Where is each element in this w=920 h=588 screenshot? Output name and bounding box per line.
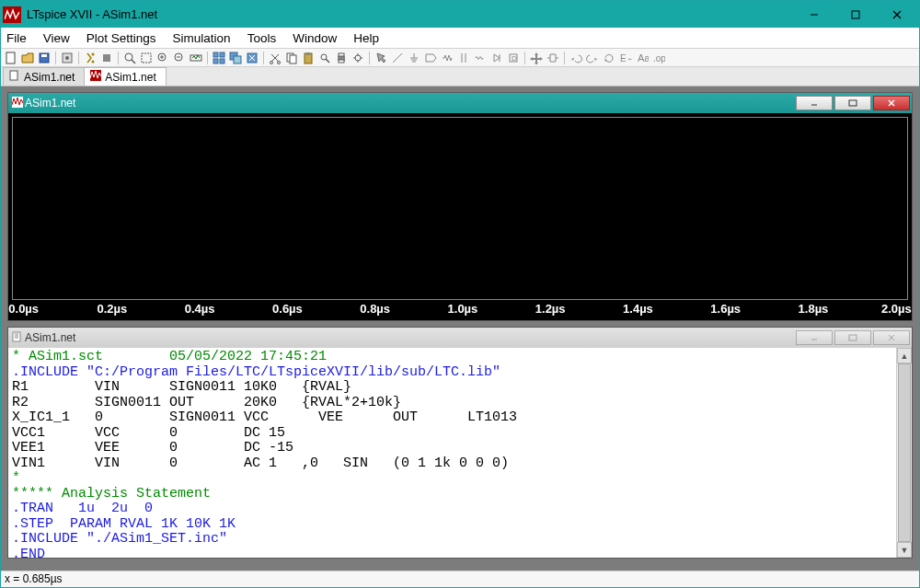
pick-icon[interactable] [374, 51, 388, 65]
stop-icon[interactable] [99, 51, 114, 65]
redo-icon[interactable] [585, 51, 600, 65]
menu-file[interactable]: File [6, 31, 27, 45]
x-tick: 1.4µs [623, 302, 653, 316]
svg-line-39 [326, 59, 329, 63]
netlist-content[interactable]: * ASim1.sct 05/05/2022 17:45:21 .INCLUDE… [8, 348, 912, 564]
new-schematic-icon[interactable] [4, 51, 18, 65]
cut-icon[interactable] [268, 51, 282, 65]
run-icon[interactable] [83, 51, 98, 65]
print-icon[interactable] [334, 51, 349, 65]
resistor-icon[interactable] [440, 51, 454, 65]
mdi-minimize-button[interactable] [796, 330, 833, 345]
x-tick: 1.8µs [799, 302, 829, 316]
rotate-icon[interactable] [602, 51, 616, 65]
svg-rect-21 [213, 52, 218, 57]
menu-window[interactable]: Window [293, 31, 337, 45]
x-tick: 0.6µs [272, 302, 303, 316]
copy-icon[interactable] [284, 51, 299, 65]
mdi-close-button[interactable] [873, 96, 910, 110]
window-titlebar: LTspice XVII - ASim1.net [1, 1, 919, 28]
x-axis[interactable]: 0.0µs 0.2µs 0.4µs 0.6µs 0.8µs 1.0µs 1.2µ… [8, 302, 912, 318]
menu-simulation[interactable]: Simulation [173, 31, 231, 45]
scroll-up-button[interactable]: ▲ [897, 348, 912, 363]
svg-rect-11 [103, 54, 110, 62]
svg-point-33 [278, 61, 281, 63]
capacitor-icon[interactable] [456, 51, 471, 65]
text-icon[interactable]: Aa [635, 51, 650, 65]
minimize-button[interactable] [793, 6, 834, 24]
tab-asim1-netlist[interactable]: ASim1.net [3, 67, 85, 86]
close-button[interactable] [876, 6, 917, 24]
netlist-window-titlebar[interactable]: ASim1.net [8, 328, 912, 348]
menu-tools[interactable]: Tools [247, 31, 277, 45]
cascade-icon[interactable] [228, 51, 243, 65]
undo-icon[interactable] [569, 51, 583, 65]
zoom-out-icon[interactable] [172, 51, 187, 65]
vertical-scrollbar[interactable]: ▲ ▼ [896, 348, 912, 558]
document-icon [9, 70, 20, 84]
find-icon[interactable] [317, 51, 332, 65]
netlist-editor[interactable]: * ASim1.sct 05/05/2022 17:45:21 .INCLUDE… [8, 348, 912, 558]
scroll-thumb[interactable] [898, 363, 911, 542]
inductor-icon[interactable] [473, 51, 488, 65]
wire-icon[interactable] [390, 51, 405, 65]
scroll-track[interactable] [897, 363, 912, 542]
waveform-window-title: ASim1.net [23, 97, 796, 110]
tab-label: ASim1.net [105, 71, 155, 84]
autorange-icon[interactable] [189, 51, 203, 65]
window-title: LTspice XVII - ASim1.net [27, 7, 793, 21]
spice-directive-icon[interactable]: .op [651, 51, 666, 65]
mdi-maximize-button[interactable] [834, 96, 871, 110]
x-tick: 2.0µs [881, 302, 912, 316]
menu-view[interactable]: View [43, 31, 70, 45]
zoom-area-icon[interactable] [122, 51, 137, 65]
mdi-close-button[interactable] [873, 330, 910, 345]
svg-point-9 [92, 52, 95, 55]
waveform-plot-area[interactable]: 0.0µs 0.2µs 0.4µs 0.6µs 0.8µs 1.0µs 1.2µ… [8, 113, 912, 320]
menu-plot-settings[interactable]: Plot Settings [86, 31, 156, 45]
save-icon[interactable] [37, 51, 52, 65]
diode-icon[interactable] [489, 51, 504, 65]
move-icon[interactable] [529, 51, 544, 65]
svg-text:Aa: Aa [638, 52, 649, 63]
svg-rect-60 [849, 100, 857, 106]
waveform-window-titlebar[interactable]: ASim1.net [8, 93, 912, 113]
x-tick: 1.2µs [535, 302, 566, 316]
tab-asim1-waveform[interactable]: ASim1.net [84, 67, 166, 86]
mdi-maximize-button[interactable] [834, 330, 871, 345]
document-tabs: ASim1.net ASim1.net [1, 67, 919, 86]
mirror-icon[interactable]: E↔ƎE [618, 51, 633, 65]
x-tick: 0.4µs [185, 302, 215, 316]
control-panel-icon[interactable] [60, 51, 75, 65]
drag-icon[interactable] [546, 51, 560, 65]
svg-rect-1 [852, 11, 859, 18]
x-tick: 0.0µs [8, 302, 39, 316]
svg-text:E↔ƎE: E↔ƎE [620, 53, 632, 63]
scroll-down-button[interactable]: ▼ [897, 542, 912, 558]
maximize-button[interactable] [834, 6, 876, 24]
svg-rect-4 [6, 52, 15, 63]
pan-icon[interactable] [139, 51, 154, 65]
label-icon[interactable] [423, 51, 438, 65]
ground-icon[interactable] [407, 51, 421, 65]
zoom-in-icon[interactable] [155, 51, 170, 65]
mdi-minimize-button[interactable] [796, 96, 833, 110]
waveform-icon [12, 97, 23, 110]
svg-point-8 [65, 56, 69, 60]
menu-help[interactable]: Help [353, 31, 379, 45]
paste-icon[interactable] [301, 51, 316, 65]
component-icon[interactable]: D [506, 51, 521, 65]
close-all-icon[interactable] [245, 51, 259, 65]
svg-rect-37 [306, 52, 310, 55]
svg-rect-68 [849, 335, 857, 340]
svg-line-44 [393, 53, 402, 63]
x-tick: 0.2µs [98, 302, 128, 316]
tile-icon[interactable] [212, 51, 226, 65]
x-tick: 1.0µs [448, 302, 478, 316]
tab-label: ASim1.net [24, 71, 75, 84]
open-icon[interactable] [20, 51, 35, 65]
toolbar: D E↔ƎE Aa .op [1, 49, 919, 67]
setup-icon[interactable] [351, 51, 365, 65]
menubar: File View Plot Settings Simulation Tools… [1, 28, 919, 49]
x-tick: 1.6µs [710, 302, 741, 316]
